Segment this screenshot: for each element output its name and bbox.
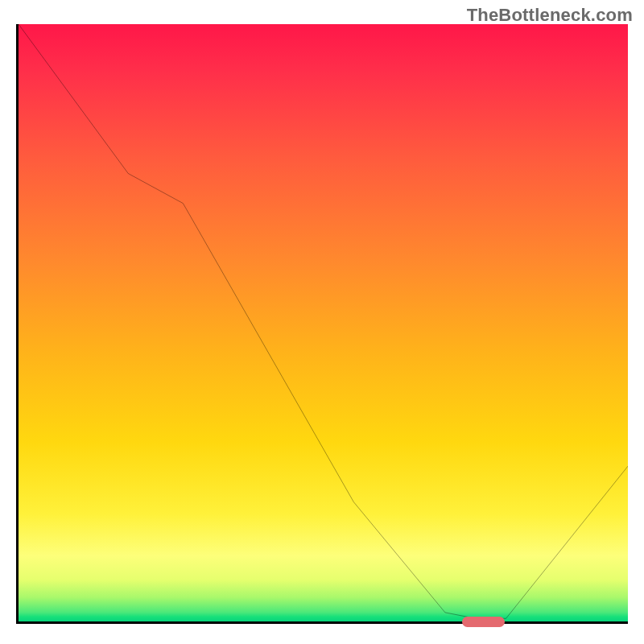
chart-optimum-marker [462,617,505,627]
chart-plot-area [16,24,628,624]
watermark-text: TheBottleneck.com [467,5,633,26]
chart-background-gradient [19,24,628,621]
